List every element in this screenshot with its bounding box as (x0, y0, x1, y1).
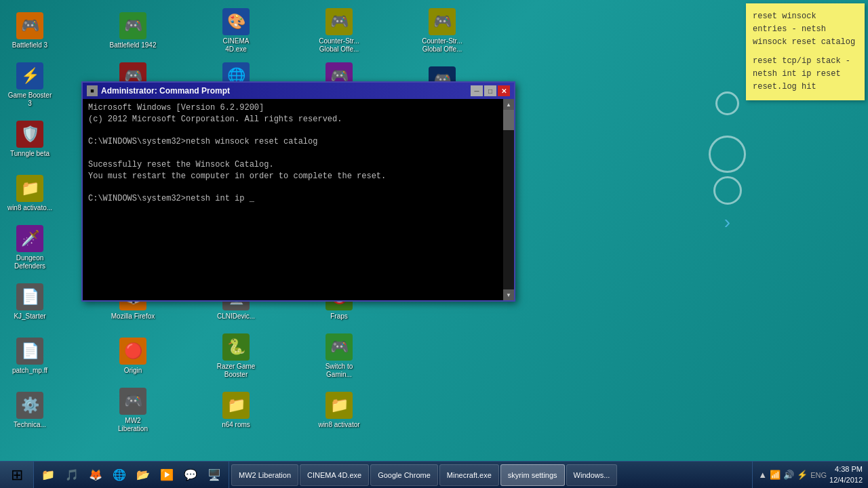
ql-firefox[interactable]: 🦊 (85, 464, 106, 486)
icon-img-mw2: 🎮 (119, 388, 146, 415)
desktop-icon-patchmp[interactable]: 📄 patch_mp.ff (3, 329, 56, 383)
ql-media[interactable]: ▶️ (156, 464, 178, 486)
tray-lang: ENG (810, 471, 827, 479)
cmd-line-2: (c) 2012 Microsoft Corporation. All righ… (88, 114, 498, 125)
icon-img-countergo: 🎮 (429, 8, 456, 35)
cmd-window: ■ Administrator: Command Prompt ─ □ ✕ Mi… (81, 81, 515, 302)
desktop-icon-technica[interactable]: ⚙️ Technica... (3, 383, 56, 437)
taskbar-windows[interactable]: Windows... (566, 464, 618, 486)
desktop-icon-counterstr1[interactable]: 🎮 Counter-Str... Global Offe... (313, 3, 366, 58)
icon-img-counterstr1: 🎮 (326, 8, 353, 35)
ql-explorer[interactable]: 📁 (37, 464, 59, 486)
icon-label-origin: Origin (124, 367, 142, 375)
ql-itunes[interactable]: 🎵 (61, 464, 83, 486)
icon-label-win8activator2: win8 activator (318, 421, 359, 429)
icon-img-technica: ⚙️ (16, 392, 43, 419)
icon-img-battlefield3: 🎮 (16, 12, 43, 39)
desktop-icon-countergo[interactable]: 🎮 Counter-Str... Global Offe... (416, 3, 469, 58)
cmd-scrollbar[interactable]: ▲ ▼ (503, 99, 514, 300)
ql-chat[interactable]: 💬 (180, 464, 201, 486)
icon-img-gamebooster: ⚡ (16, 62, 43, 89)
cmd-line-6: Sucessfully reset the Winsock Catalog. (88, 159, 498, 171)
taskbar-mw2[interactable]: MW2 Liberation (231, 464, 298, 486)
tray-network[interactable]: 📶 (770, 470, 781, 480)
cmd-controls: ─ □ ✕ (471, 85, 510, 96)
taskbar-items: MW2 Liberation CINEMA 4D.exe Google Chro… (229, 462, 752, 488)
icon-label-patchmp: patch_mp.ff (12, 367, 47, 375)
cmd-line-3 (88, 125, 498, 137)
minimize-button[interactable]: ─ (471, 85, 483, 96)
circle-medium (713, 176, 742, 205)
icon-img-cinema4d: 🎨 (222, 8, 250, 35)
icon-label-counterstr1: Counter-Str... Global Offe... (315, 37, 363, 54)
desktop-icon-tunngle[interactable]: 🛡️ Tunngle beta (3, 112, 56, 166)
icon-label-battlefield3: Battlefield 3 (12, 41, 47, 49)
sticky-line-6: netsh int ip reset (753, 68, 858, 81)
icon-label-technica: Technica... (14, 421, 46, 429)
icon-label-tunngle: Tunngle beta (10, 150, 50, 158)
desktop-icon-win8activator[interactable]: 📁 win8 activato... (3, 166, 56, 220)
icon-label-firefox: Mozilla Firefox (111, 312, 155, 321)
close-button[interactable]: ✕ (498, 85, 510, 96)
taskbar-skyrim[interactable]: skyrim settings (500, 464, 565, 486)
icon-img-win8activator2: 📁 (326, 392, 353, 419)
cmd-line-4: C:\WINDOWS\system32>netsh winsock reset … (88, 136, 498, 148)
desktop-icon-dungeon[interactable]: 🗡️ Dungeon Defenders (3, 220, 56, 274)
ql-chrome[interactable]: 🌐 (108, 464, 130, 486)
sticky-line-5: reset tcp/ip stack - (753, 55, 858, 68)
cmd-title-text: Administrator: Command Prompt (101, 86, 230, 96)
cmd-content[interactable]: Microsoft Windows [Version 6.2.9200] (c)… (83, 99, 503, 300)
desktop-icon-n64roms[interactable]: 📁 n64 roms (210, 383, 262, 437)
system-tray: ▲ 📶 🔊 ⚡ ENG 4:38 PM 12/4/2012 (752, 462, 868, 488)
icon-label-win8activator: win8 activato... (7, 204, 52, 212)
desktop-icon-mw2[interactable]: 🎮 MW2 Liberation (106, 383, 159, 437)
icon-img-razergame: 🐍 (222, 333, 250, 361)
icon-img-kjstarter: 📄 (16, 283, 43, 310)
tray-volume[interactable]: 🔊 (783, 470, 794, 480)
sticky-line-1: reset winsock (753, 10, 858, 23)
cmd-titlebar[interactable]: ■ Administrator: Command Prompt ─ □ ✕ (83, 83, 514, 99)
icon-label-cinema4d: CINEMA 4D.exe (212, 37, 260, 54)
sticky-line-3: winsock reset catalog (753, 36, 858, 49)
cmd-title-left: ■ Administrator: Command Prompt (87, 85, 230, 96)
icon-img-n64roms: 📁 (222, 392, 250, 419)
icon-label-n64roms: n64 roms (222, 421, 250, 429)
maximize-button[interactable]: □ (484, 85, 496, 96)
scroll-track (503, 110, 514, 289)
desktop-icon-razergame[interactable]: 🐍 Razer Game Booster (210, 329, 262, 383)
desktop-icon-gamebooster[interactable]: ⚡ Game Booster 3 (3, 58, 56, 112)
cmd-body: Microsoft Windows [Version 6.2.9200] (c)… (83, 99, 514, 300)
tray-battery[interactable]: ⚡ (797, 470, 808, 480)
icon-img-win8activator: 📁 (16, 175, 43, 202)
scroll-up-button[interactable]: ▲ (503, 99, 514, 110)
sticky-line-2: entries - netsh (753, 23, 858, 36)
icon-label-countergo: Counter-Str... Global Offe... (418, 37, 466, 54)
desktop-icon-switchtogaming[interactable]: 🎮 Switch to Gamin... (313, 329, 366, 383)
desktop-icon-win8activator2[interactable]: 📁 win8 activator (313, 383, 366, 437)
sticky-note: reset winsock entries - netsh winsock re… (746, 3, 865, 100)
decorative-circles: › (709, 88, 746, 233)
ql-folder[interactable]: 📂 (132, 464, 154, 486)
cmd-icon: ■ (87, 85, 98, 96)
icon-img-dungeon: 🗡️ (16, 225, 43, 252)
desktop-icon-cinema4d[interactable]: 🎨 CINEMA 4D.exe (210, 3, 262, 58)
icon-label-switchtogaming: Switch to Gamin... (315, 363, 363, 379)
scroll-thumb (503, 110, 514, 130)
desktop-icon-origin[interactable]: 🔴 Origin (106, 329, 159, 383)
icon-img-battlefield1942: 🎮 (119, 12, 146, 39)
start-button[interactable]: ⊞ (0, 462, 34, 488)
desktop-icon-battlefield3[interactable]: 🎮 Battlefield 3 (3, 3, 56, 58)
taskbar-minecraft[interactable]: Minecraft.exe (439, 464, 499, 486)
ql-cmd[interactable]: 🖥️ (203, 464, 225, 486)
desktop-icon-battlefield1942[interactable]: 🎮 Battlefield 1942 (106, 3, 159, 58)
start-icon: ⊞ (11, 466, 23, 484)
tray-arrow[interactable]: ▲ (758, 470, 767, 480)
taskbar-cinema[interactable]: CINEMA 4D.exe (300, 464, 369, 486)
desktop-icon-kjstarter[interactable]: 📄 KJ_Starter (3, 274, 56, 329)
icon-label-dungeon: Dungeon Defenders (6, 254, 54, 270)
taskbar-chrome[interactable]: Google Chrome (370, 464, 438, 486)
tray-clock[interactable]: 4:38 PM 12/4/2012 (829, 464, 863, 485)
icon-label-gamebooster: Game Booster 3 (6, 92, 54, 108)
scroll-down-button[interactable]: ▼ (503, 289, 514, 300)
icon-label-clnidevice: CLNIDevic... (217, 312, 255, 321)
